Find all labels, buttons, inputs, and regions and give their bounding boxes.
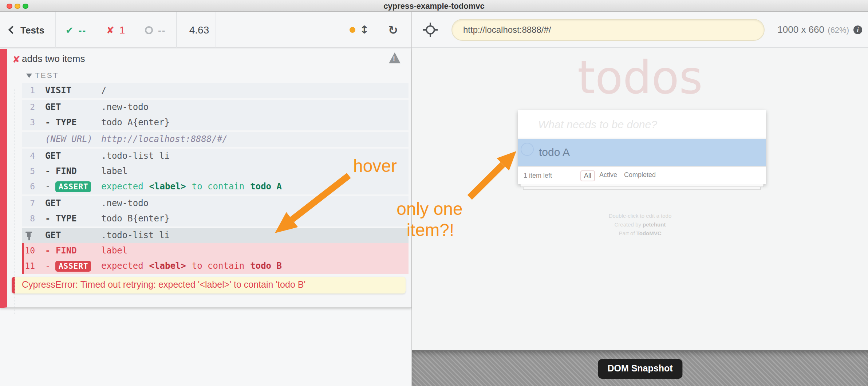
aut-viewport: todos What needs to be done? todo A 1 it… <box>412 48 868 350</box>
collapse-triangle-icon <box>26 74 32 78</box>
header-separator <box>176 12 177 48</box>
autoscroll-dot-icon <box>350 27 355 33</box>
assert-badge: ASSERT <box>56 181 91 192</box>
info-line: Part of TodoMVC <box>412 229 868 238</box>
app-info-footer: Double-click to edit a todo Created by p… <box>412 212 868 238</box>
autoscroll-toggle[interactable]: ↕ <box>350 12 369 48</box>
passed-count: -- <box>79 24 86 35</box>
card-stack-shadow <box>520 184 764 187</box>
card-stack-shadow <box>523 187 761 190</box>
command-row[interactable]: 2 GET .new-todo <box>22 100 409 115</box>
snapshot-controls-bar: DOM Snapshot <box>412 350 868 386</box>
reporter-panel: Tests ✔ -- ✘ 1 -- 4.63 ↕ <box>0 12 412 386</box>
command-row[interactable]: 7 GET .new-todo <box>22 196 409 211</box>
restart-tests-button[interactable]: ↻ <box>388 12 398 48</box>
command-row[interactable]: 1 VISIT / <box>22 83 409 98</box>
viewport-size-label: 1000 x 660 <box>777 12 824 48</box>
test-title-row[interactable]: ✘ adds two items ! <box>7 49 411 69</box>
titlebar: cypress-example-todomvc <box>0 0 868 12</box>
todos-app-title: todos <box>412 51 868 104</box>
author-link[interactable]: petehunt <box>643 221 666 228</box>
failed-count: 1 <box>119 24 125 36</box>
pending-count: -- <box>158 24 166 35</box>
stat-failed[interactable]: ✘ 1 <box>106 12 125 48</box>
passed-check-icon: ✔ <box>66 24 74 35</box>
viewport-zoom-label: (62%) <box>828 12 849 48</box>
failed-x-icon: ✘ <box>106 24 114 35</box>
url-input[interactable]: http://localhost:8888/#/ <box>451 19 765 41</box>
todo-toggle-circle-icon[interactable] <box>521 142 534 155</box>
todo-footer: 1 item left All Active Completed <box>518 166 766 184</box>
info-icon[interactable] <box>853 25 862 34</box>
todo-item-label: todo A <box>518 139 766 166</box>
command-row[interactable]: 8 - TYPE todo B{enter} <box>22 211 409 227</box>
reporter-header: Tests ✔ -- ✘ 1 -- 4.63 ↕ <box>0 12 411 48</box>
todo-card: What needs to be done? todo A 1 item lef… <box>518 110 766 184</box>
filter-active[interactable]: Active <box>599 170 617 180</box>
new-url-row[interactable]: (NEW URL) http://localhost:8888/#/ <box>22 132 409 147</box>
header-separator <box>55 12 56 48</box>
assert-row-passed[interactable]: 6 - ASSERT expected<label>to containtodo… <box>22 179 409 194</box>
test-section-header[interactable]: TEST <box>7 69 411 83</box>
refresh-icon: ↻ <box>388 23 398 37</box>
info-line: Double-click to edit a todo <box>412 212 868 221</box>
pending-circle-icon <box>145 26 153 34</box>
todo-item-highlighted[interactable]: todo A <box>518 139 766 166</box>
pin-icon <box>22 228 35 243</box>
command-row[interactable]: 4 GET .todo-list li <box>22 149 409 164</box>
warning-icon: ! <box>389 52 401 63</box>
filter-all[interactable]: All <box>580 170 595 181</box>
indent-guide-line <box>14 89 15 314</box>
back-chevron-icon <box>8 26 17 34</box>
filter-completed[interactable]: Completed <box>624 170 656 180</box>
selector-playground-icon[interactable] <box>422 22 438 38</box>
window-title: cypress-example-todomvc <box>0 0 868 12</box>
browser-panel: http://localhost:8888/#/ 1000 x 660 (62%… <box>412 12 868 386</box>
error-message[interactable]: CypressError: Timed out retrying: expect… <box>12 277 406 294</box>
info-line: Created by petehunt <box>412 221 868 229</box>
failed-test-container: ✘ adds two items ! TEST 1 VISIT / <box>0 49 411 308</box>
items-left-label: 1 item left <box>524 166 552 184</box>
command-row[interactable]: 3 - TYPE todo A{enter} <box>22 115 409 130</box>
command-row-failed[interactable]: 10 - FIND label <box>22 243 409 259</box>
assert-row-failed[interactable]: 11 - ASSERT expected<label>to containtod… <box>22 259 409 274</box>
stat-passed[interactable]: ✔ -- <box>66 12 86 48</box>
assert-badge: ASSERT <box>56 261 91 272</box>
command-log: 1 VISIT / 2 GET .new-todo 3 - TYPE todo … <box>22 83 409 274</box>
back-to-tests-button[interactable]: Tests <box>9 12 44 48</box>
command-row[interactable]: 5 - FIND label <box>22 164 409 179</box>
header-separator <box>216 12 216 48</box>
autoscroll-arrows-icon: ↕ <box>360 23 369 36</box>
test-duration: 4.63 <box>184 12 215 48</box>
test-name: adds two items <box>22 53 85 64</box>
command-row-pinned[interactable]: GET .todo-list li <box>22 228 409 243</box>
dom-snapshot-badge[interactable]: DOM Snapshot <box>598 359 682 379</box>
todomvc-link[interactable]: TodoMVC <box>636 230 662 237</box>
browser-header: http://localhost:8888/#/ 1000 x 660 (62%… <box>412 12 868 48</box>
stat-pending[interactable]: -- <box>145 12 166 48</box>
test-fail-x-icon: ✘ <box>12 54 20 65</box>
new-todo-input[interactable]: What needs to be done? <box>518 110 766 139</box>
app-window: cypress-example-todomvc Tests ✔ -- ✘ 1 -… <box>0 0 868 386</box>
